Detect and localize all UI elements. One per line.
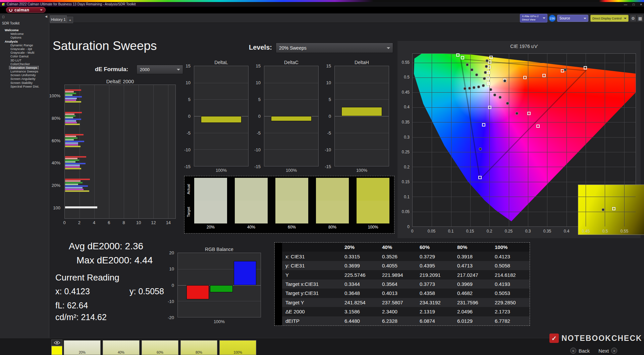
swatch-column-80: 80% (316, 178, 349, 232)
de-bar (65, 187, 83, 188)
x-tick-label: 0.45 (582, 229, 590, 234)
minimize-icon[interactable]: — (624, 3, 627, 6)
sidebar-item-luminance-sweeps[interactable]: Luminance Sweeps (1, 69, 48, 73)
sidebar-item-screen-uniformity[interactable]: Screen Uniformity (1, 73, 48, 77)
table-row-e-2000: ΔE 20003.15862.34002.13192.04962.1723 (275, 307, 530, 316)
x-tick-label: 0.55 (621, 229, 628, 234)
x-tick-label: 0.1 (448, 229, 454, 234)
chevron-down-icon (543, 17, 545, 20)
cell-value: 0.3526 (379, 252, 417, 261)
swatch-tile-80[interactable]: 80% (180, 340, 217, 355)
gridline (335, 83, 389, 83)
swatch-tile-20[interactable]: 20% (64, 340, 101, 355)
deltah-plot (334, 66, 389, 166)
tab-history-1[interactable]: History 1 (50, 15, 67, 23)
settings-gear-button[interactable]: ⚙ (630, 15, 636, 22)
deltac-plot (264, 66, 319, 166)
target-point (456, 53, 460, 57)
sidebar-item-welcome[interactable]: Welcome (1, 32, 48, 36)
swatch-tile-100[interactable]: 100% (219, 340, 256, 355)
preview-eye-button[interactable] (51, 340, 62, 346)
pin-icon[interactable]: ◻ (2, 15, 4, 18)
meter-dropdown[interactable]: X-Rite i1Pro 2Direct View (520, 14, 547, 22)
nav-buttons: « Back Next » (570, 348, 617, 354)
chart-deltac: DeltaC 151050-5-10-15 100% (250, 60, 319, 176)
target-point (482, 123, 485, 126)
cell-value: 229.2850 (492, 298, 530, 307)
de-formula-dropdown[interactable]: 2000 (137, 65, 183, 74)
actual-swatch (316, 178, 349, 201)
sidebar-group-welcome[interactable]: Welcome (1, 28, 48, 32)
display-control-dropdown[interactable]: Direct Display Control (590, 15, 629, 22)
cell-value: 6.7782 (492, 316, 530, 325)
meter-count-badge[interactable]: 236 (549, 15, 556, 22)
tile-label: 40% (103, 351, 139, 354)
y-tick-label: 0 (396, 224, 410, 229)
rgb-xlabel: 100% (177, 319, 261, 324)
de-bar (65, 168, 81, 169)
page-title: Saturation Sweeps (53, 39, 157, 53)
swatch-label: 40% (235, 223, 268, 230)
target-point (488, 60, 491, 64)
actual-swatch (194, 178, 227, 201)
srgb-gamut-triangle (413, 54, 636, 226)
active-patch-swatch[interactable] (51, 346, 62, 355)
sidebar-item-colorchecker[interactable]: ColorChecker (1, 62, 48, 66)
deltae-plot (64, 85, 176, 219)
table-corner (275, 252, 282, 261)
cell-value: 0.3773 (417, 280, 454, 289)
sidebar-item-grayscale-2pt[interactable]: Grayscale - 2pt (1, 47, 48, 51)
eye-icon (54, 341, 60, 345)
sidebar-item-dynamic-range[interactable]: Dynamic Range (1, 43, 48, 47)
gridline (79, 85, 80, 218)
sidebar-item-saturation-sweeps[interactable]: Saturation Sweeps (1, 66, 48, 69)
cell-value: 0.3969 (454, 280, 492, 289)
measured-point (485, 65, 488, 68)
sidebar-title: SDR Toolkit (2, 21, 19, 25)
sidebar-item-color-gamut[interactable]: Color Gamut (1, 54, 48, 58)
x-tick-label: 0.3 (525, 229, 531, 234)
cell-value: 0.3648 (342, 289, 379, 298)
target-point (487, 82, 490, 85)
sidebar-item-grayscale-multi[interactable]: Grayscale - Multi (1, 51, 48, 54)
de-bar (65, 93, 76, 94)
de-bar (65, 123, 80, 125)
rgb-yaxis: 20100-10-20 (163, 253, 176, 317)
cell-value: 0.5053 (492, 289, 530, 298)
close-icon[interactable]: × (640, 3, 642, 6)
back-button[interactable]: « Back (570, 348, 590, 354)
sidebar-group-analysis[interactable]: Analysis (1, 40, 48, 43)
tile-label: 80% (181, 351, 217, 354)
sidebar-item-3d-lut[interactable]: 3D LUT (1, 58, 48, 62)
swatch-tile-60[interactable]: 60% (142, 340, 178, 355)
y-tick-label: 15 (318, 63, 331, 68)
gridline (335, 99, 389, 100)
measured-point (499, 96, 502, 99)
table-row-target-x-cie31: Target x:CIE310.33440.35640.37730.39690.… (275, 280, 530, 289)
cie-plot (412, 53, 636, 227)
deltah-yaxis: 151050-5-10-15 (320, 66, 333, 166)
source-dropdown[interactable]: Source (557, 15, 588, 22)
sidebar-item-options[interactable]: Options (1, 36, 48, 39)
maximize-icon[interactable]: □ (633, 3, 635, 6)
de-bar (65, 182, 83, 183)
y-tick-label: -5 (248, 131, 261, 136)
swatch-tile-40[interactable]: 40% (103, 340, 140, 355)
row-label: Target Y (282, 298, 342, 307)
layout-grid-button[interactable]: ▦ (637, 15, 643, 22)
bar-group-60 (65, 134, 175, 147)
gridline (335, 149, 389, 150)
calman-menu-button[interactable]: calman (6, 7, 46, 13)
swatch-columns: 20%40%60%80%100% (194, 178, 389, 232)
measured-point (475, 73, 478, 77)
levels-dropdown[interactable]: 20% Sweeps (276, 43, 393, 53)
swatch-label: 60% (275, 223, 308, 230)
collapse-sidebar-icon[interactable]: ◀ (45, 15, 47, 18)
target-point (486, 77, 490, 80)
next-button[interactable]: Next » (598, 348, 617, 354)
cell-value: 0.3564 (379, 280, 417, 289)
add-tab-button[interactable]: + (67, 17, 73, 23)
measured-point (468, 87, 471, 90)
de-bar (65, 141, 84, 142)
y-tick-label: -5 (178, 131, 191, 136)
